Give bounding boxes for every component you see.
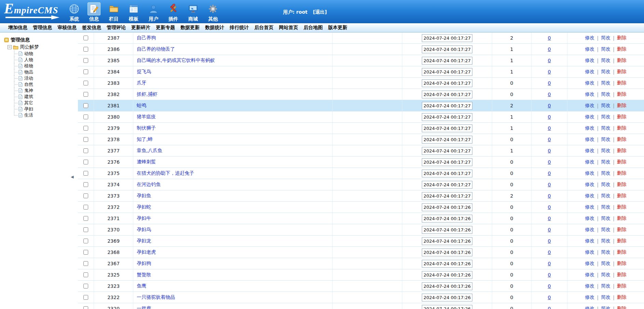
row-edit-link[interactable]: 修改 [585, 272, 594, 278]
row-edit-link[interactable]: 修改 [585, 306, 594, 309]
row-delete-link[interactable]: 删除 [617, 148, 627, 154]
row-date-input[interactable] [422, 45, 472, 53]
row-date-input[interactable] [422, 102, 472, 110]
row-edit-link[interactable]: 修改 [585, 227, 594, 233]
row-title-link[interactable]: 知了,蝉 [137, 136, 152, 143]
row-comments-link[interactable]: 0 [548, 171, 551, 176]
row-comments-link[interactable]: 0 [548, 261, 551, 266]
row-date-input[interactable] [422, 113, 472, 121]
toolbar-item[interactable]: 管理信息 [33, 25, 52, 31]
row-comments-link[interactable]: 0 [548, 227, 551, 232]
row-edit-link[interactable]: 修改 [585, 170, 594, 176]
nav-item-columns[interactable]: 栏目 [104, 1, 124, 22]
row-quickedit-link[interactable]: 简改 [601, 215, 611, 221]
row-comments-link[interactable]: 0 [548, 46, 551, 52]
row-edit-link[interactable]: 修改 [585, 46, 594, 52]
row-title-link[interactable]: 孕妇鱼 [137, 193, 151, 199]
row-comments-link[interactable]: 0 [548, 295, 551, 300]
row-delete-link[interactable]: 删除 [617, 80, 627, 86]
row-checkbox[interactable] [83, 103, 88, 108]
row-checkbox[interactable] [83, 205, 88, 210]
row-title-link[interactable]: 孕妇狗 [137, 260, 151, 267]
toolbar-item[interactable]: 后台首页 [254, 25, 273, 31]
row-edit-link[interactable]: 修改 [585, 193, 594, 199]
row-edit-link[interactable]: 修改 [585, 125, 594, 131]
row-edit-link[interactable]: 修改 [585, 249, 594, 255]
row-checkbox[interactable] [83, 137, 88, 142]
row-comments-link[interactable]: 0 [548, 35, 551, 41]
row-checkbox[interactable] [83, 171, 88, 176]
row-delete-link[interactable]: 删除 [617, 283, 627, 289]
row-quickedit-link[interactable]: 简改 [601, 69, 611, 75]
tree-item-category[interactable]: 动物 [13, 51, 78, 57]
row-delete-link[interactable]: 删除 [617, 46, 627, 52]
row-date-input[interactable] [422, 34, 472, 42]
row-title-link[interactable]: 遭蜂刺蜇 [137, 159, 156, 165]
tree-item-category[interactable]: 建筑 [13, 94, 78, 100]
row-checkbox[interactable] [83, 284, 88, 288]
row-delete-link[interactable]: 删除 [617, 57, 627, 64]
toolbar-item[interactable]: 排行统计 [230, 25, 249, 31]
row-edit-link[interactable]: 修改 [585, 148, 594, 154]
row-quickedit-link[interactable]: 简改 [601, 159, 611, 165]
row-comments-link[interactable]: 0 [548, 80, 551, 86]
row-date-input[interactable] [422, 147, 472, 155]
row-comments-link[interactable]: 0 [548, 92, 551, 97]
row-edit-link[interactable]: 修改 [585, 35, 594, 41]
row-date-input[interactable] [422, 79, 472, 87]
row-title-link[interactable]: 一只骆驼驮着物品 [137, 294, 175, 300]
row-delete-link[interactable]: 删除 [617, 193, 627, 199]
row-title-link[interactable]: 鱼鹰 [137, 283, 146, 289]
nav-item-other[interactable]: 其他 [203, 1, 223, 22]
row-checkbox[interactable] [83, 115, 88, 119]
sidebar-collapse-icon[interactable]: ◀ [71, 175, 73, 179]
toolbar-item[interactable]: 签发信息 [82, 25, 101, 31]
row-date-input[interactable] [422, 305, 472, 309]
row-quickedit-link[interactable]: 简改 [601, 136, 611, 143]
row-quickedit-link[interactable]: 简改 [601, 182, 611, 188]
tree-item-category[interactable]: 生活 [13, 112, 78, 118]
row-date-input[interactable] [422, 282, 472, 290]
row-delete-link[interactable]: 删除 [617, 136, 627, 143]
row-title-link[interactable]: 孕妇老虎 [137, 249, 156, 255]
row-delete-link[interactable]: 删除 [617, 125, 627, 131]
row-title-link[interactable]: 蛙鸣 [137, 103, 146, 109]
row-title-link[interactable]: 自己养狗 [137, 35, 156, 41]
row-delete-link[interactable]: 删除 [617, 272, 627, 278]
tree-root-manage-info[interactable]: 管理信息 [4, 37, 78, 43]
row-date-input[interactable] [422, 181, 472, 189]
row-comments-link[interactable]: 0 [548, 283, 551, 289]
tree-item-category[interactable]: 植物 [13, 63, 78, 69]
row-edit-link[interactable]: 修改 [585, 294, 594, 300]
row-date-input[interactable] [422, 57, 472, 65]
row-delete-link[interactable]: 删除 [617, 227, 627, 233]
row-comments-link[interactable]: 0 [548, 148, 551, 153]
row-checkbox[interactable] [83, 182, 88, 187]
row-title-link[interactable]: 蟹螯散 [137, 272, 151, 278]
row-delete-link[interactable]: 删除 [617, 238, 627, 244]
row-title-link[interactable]: 章鱼,八爪鱼 [137, 148, 162, 154]
row-title-link[interactable]: 抓虾,捕虾 [137, 91, 157, 97]
row-quickedit-link[interactable]: 简改 [601, 306, 611, 309]
toolbar-item[interactable]: 更新碎片 [131, 25, 150, 31]
row-title-link[interactable]: 孕妇蛇 [137, 204, 151, 210]
row-edit-link[interactable]: 修改 [585, 215, 594, 221]
row-delete-link[interactable]: 删除 [617, 159, 627, 165]
row-date-input[interactable] [422, 260, 472, 268]
tree-item-category[interactable]: 自然 [13, 81, 78, 88]
row-quickedit-link[interactable]: 简改 [601, 170, 611, 176]
row-edit-link[interactable]: 修改 [585, 283, 594, 289]
row-comments-link[interactable]: 0 [548, 137, 551, 142]
row-comments-link[interactable]: 0 [548, 306, 551, 309]
row-date-input[interactable] [422, 248, 472, 256]
row-edit-link[interactable]: 修改 [585, 204, 594, 210]
row-comments-link[interactable]: 0 [548, 238, 551, 244]
row-comments-link[interactable]: 0 [548, 58, 551, 63]
row-delete-link[interactable]: 删除 [617, 114, 627, 120]
toolbar-item[interactable]: 版本更新 [328, 25, 347, 31]
row-delete-link[interactable]: 删除 [617, 69, 627, 75]
toolbar-item[interactable]: 增加信息 [8, 25, 27, 31]
row-quickedit-link[interactable]: 简改 [601, 283, 611, 289]
row-edit-link[interactable]: 修改 [585, 91, 594, 97]
row-title-link[interactable]: 在猎犬的协助下，追赶兔子 [137, 170, 194, 176]
